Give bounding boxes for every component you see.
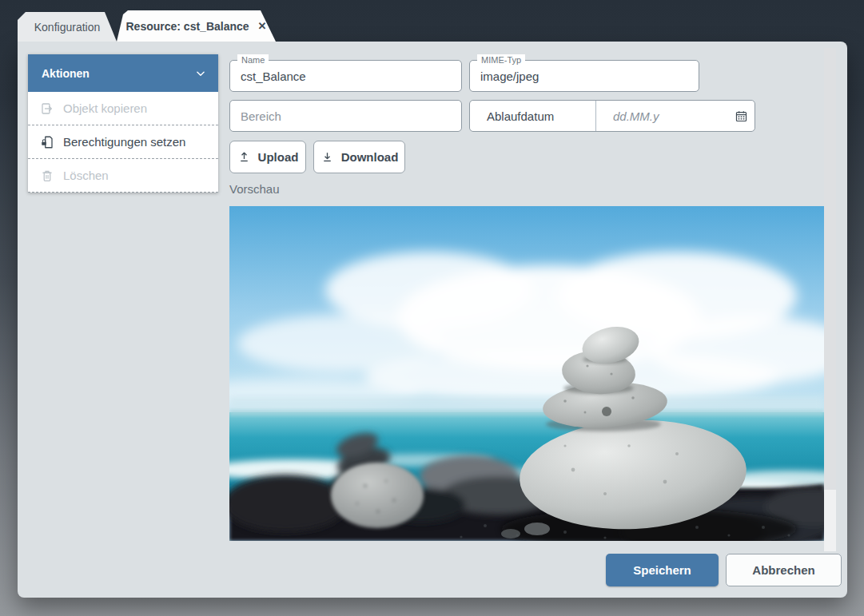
actions-sidebar: Aktionen Objekt kopieren [28, 54, 218, 193]
ablaufdatum-field: Ablaufdatum [469, 100, 755, 132]
download-button-label: Download [341, 150, 399, 164]
bereich-input[interactable] [230, 101, 461, 131]
ablaufdatum-input[interactable] [596, 101, 727, 131]
save-button[interactable]: Speichern [606, 554, 719, 586]
permissions-lock-icon [40, 135, 54, 149]
action-objekt-kopieren-label: Objekt kopieren [63, 101, 147, 115]
chevron-down-icon [195, 68, 206, 79]
actions-header-label: Aktionen [42, 67, 90, 80]
tab-resource-cst-balance[interactable]: Resource: cst_Balance ✕ [117, 10, 276, 42]
trash-icon [40, 169, 54, 183]
action-berechtigungen-setzen-label: Berechtigungen setzen [63, 135, 185, 149]
preview-section-label: Vorschau [229, 182, 280, 196]
resource-editor-panel: Aktionen Objekt kopieren [18, 42, 847, 598]
vertical-scrollbar[interactable] [824, 48, 836, 551]
application-window: Konfiguration Resource: cst_Balance ✕ Ak… [0, 0, 864, 616]
tab-resource-label: Resource: cst_Balance [126, 20, 249, 33]
download-button[interactable]: Download [313, 141, 405, 173]
upload-button-label: Upload [258, 150, 299, 164]
actions-header[interactable]: Aktionen [28, 54, 218, 92]
copy-object-icon [40, 101, 54, 116]
action-loeschen: Löschen [28, 159, 218, 193]
name-field: Name [229, 60, 462, 92]
close-tab-icon[interactable]: ✕ [258, 20, 267, 32]
upload-icon [237, 150, 251, 164]
bereich-field [229, 100, 462, 132]
tab-konfiguration[interactable]: Konfiguration [18, 12, 117, 42]
action-loeschen-label: Löschen [63, 169, 109, 182]
zen-stones-photo [229, 206, 824, 541]
calendar-icon[interactable] [727, 109, 755, 123]
preview-image [229, 206, 824, 541]
ablaufdatum-label: Ablaufdatum [470, 101, 596, 131]
name-field-label: Name [237, 54, 269, 66]
download-icon [321, 150, 334, 164]
mime-field-label: MIME-Typ [477, 54, 525, 66]
action-berechtigungen-setzen[interactable]: Berechtigungen setzen [28, 125, 218, 159]
tab-konfiguration-label: Konfiguration [34, 21, 101, 34]
scrollbar-thumb[interactable] [824, 48, 836, 490]
cancel-button[interactable]: Abbrechen [726, 554, 842, 586]
action-objekt-kopieren: Objekt kopieren [28, 92, 218, 125]
upload-button[interactable]: Upload [229, 141, 306, 173]
mime-field: MIME-Typ [469, 60, 699, 92]
